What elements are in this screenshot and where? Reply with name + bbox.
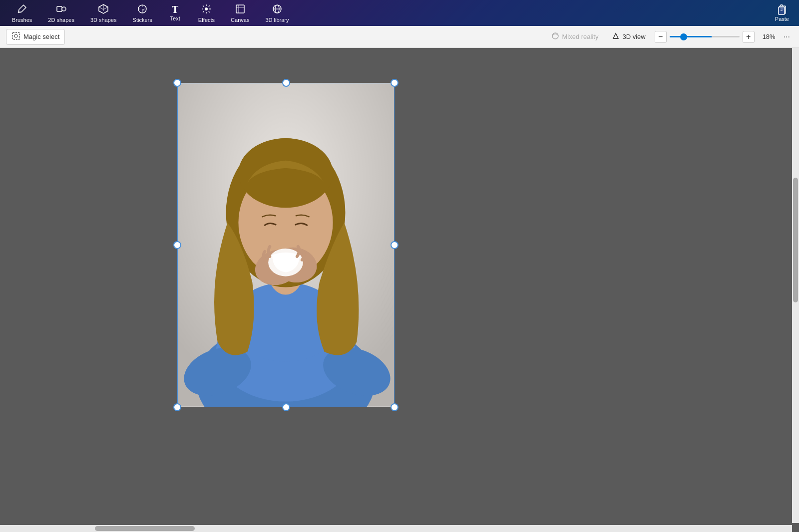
- canvas-icon: [235, 3, 246, 16]
- paste-label: Paste: [775, 16, 789, 22]
- mixed-reality-label: Mixed reality: [562, 33, 598, 40]
- toolbar-brushes[interactable]: Brushes: [4, 1, 40, 25]
- 3dshapes-icon: [98, 3, 109, 16]
- mixed-reality-icon: [551, 31, 560, 42]
- 3dlibrary-label: 3D library: [265, 17, 289, 23]
- main-image: [177, 83, 395, 407]
- text-label: Text: [170, 15, 180, 21]
- 2dshapes-label: 2D shapes: [48, 17, 74, 23]
- text-icon: T: [172, 4, 178, 14]
- view-3d-label: 3D view: [622, 33, 645, 40]
- magic-select-label: Magic select: [23, 33, 59, 40]
- brushes-icon: [16, 3, 27, 16]
- canvas-label: Canvas: [231, 17, 249, 23]
- handle-bottom-left[interactable]: [173, 403, 181, 411]
- toolbar-3dlibrary[interactable]: 3D library: [257, 1, 297, 25]
- svg-point-10: [14, 34, 17, 37]
- toolbar-text[interactable]: T Text: [160, 2, 190, 23]
- handle-middle-right[interactable]: [391, 241, 399, 249]
- secondary-toolbar-right: Mixed reality 3D view − + 18% ···: [547, 30, 793, 43]
- horizontal-scrollbar[interactable]: [0, 525, 792, 532]
- image-container[interactable]: [177, 83, 395, 407]
- svg-rect-4: [236, 5, 244, 13]
- svg-point-22: [238, 138, 333, 208]
- effects-icon: [201, 3, 212, 16]
- zoom-percent: 18%: [758, 33, 776, 40]
- canvas-area: [0, 48, 799, 532]
- handle-bottom-center[interactable]: [282, 403, 290, 411]
- magic-select-button[interactable]: Magic select: [6, 29, 65, 45]
- secondary-toolbar: Magic select Mixed reality 3D view −: [0, 26, 799, 48]
- svg-rect-0: [57, 6, 62, 11]
- toolbar-2dshapes[interactable]: 2D shapes: [40, 1, 82, 25]
- svg-point-3: [205, 7, 208, 10]
- handle-top-center[interactable]: [282, 79, 290, 87]
- magic-select-icon: [11, 31, 20, 42]
- 3dshapes-label: 3D shapes: [90, 17, 117, 23]
- handle-top-left[interactable]: [173, 79, 181, 87]
- 2dshapes-icon: [56, 3, 67, 16]
- zoom-out-button[interactable]: −: [655, 31, 667, 43]
- stickers-label: Stickers: [133, 17, 152, 23]
- svg-point-1: [62, 7, 66, 11]
- toolbar-canvas[interactable]: Canvas: [223, 1, 257, 25]
- vertical-scrollbar[interactable]: [792, 48, 799, 523]
- view-3d-icon: [611, 31, 620, 42]
- more-options-button[interactable]: ···: [781, 31, 793, 42]
- 3dlibrary-icon: [272, 3, 283, 16]
- zoom-control: − + 18%: [655, 31, 776, 43]
- paste-icon: [777, 4, 788, 16]
- toolbar-3dshapes[interactable]: 3D shapes: [82, 1, 125, 25]
- svg-rect-9: [12, 32, 19, 39]
- effects-label: Effects: [198, 17, 215, 23]
- handle-bottom-right[interactable]: [391, 403, 399, 411]
- handle-top-right[interactable]: [391, 79, 399, 87]
- main-toolbar: Brushes 2D shapes 3D shapes Stic: [0, 0, 799, 26]
- paste-button[interactable]: Paste: [771, 2, 793, 24]
- scrollbar-thumb[interactable]: [793, 178, 798, 302]
- zoom-slider[interactable]: [670, 36, 740, 37]
- stickers-icon: [137, 3, 148, 16]
- toolbar-effects[interactable]: Effects: [190, 1, 223, 25]
- view-3d-button[interactable]: 3D view: [607, 30, 649, 43]
- toolbar-stickers[interactable]: Stickers: [125, 1, 160, 25]
- h-scrollbar-thumb[interactable]: [95, 526, 195, 531]
- zoom-slider-container: [670, 36, 740, 37]
- zoom-in-button[interactable]: +: [743, 31, 755, 43]
- brushes-label: Brushes: [12, 17, 32, 23]
- mixed-reality-button[interactable]: Mixed reality: [547, 30, 602, 43]
- handle-middle-left[interactable]: [173, 241, 181, 249]
